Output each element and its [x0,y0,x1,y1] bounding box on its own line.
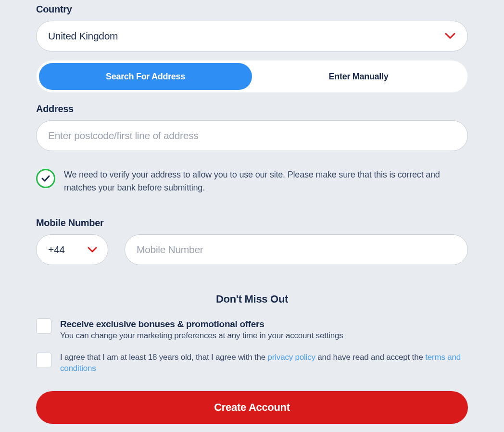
registration-form: Country United Kingdom Search For Addres… [0,0,504,424]
country-value: United Kingdom [48,30,118,42]
privacy-policy-link[interactable]: privacy policy [268,353,315,362]
agreement-prefix: I agree that I am at least 18 years old,… [60,353,268,362]
mobile-label: Mobile Number [36,217,468,229]
country-code-select[interactable]: +44 [36,234,108,265]
create-account-button[interactable]: Create Account [36,391,468,424]
enter-manually-tab[interactable]: Enter Manually [252,63,465,90]
agreement-row: I agree that I am at least 18 years old,… [36,352,468,374]
marketing-title: Receive exclusive bonuses & promotional … [60,318,468,330]
agreement-text: I agree that I am at least 18 years old,… [60,352,468,374]
chevron-down-icon [88,244,97,255]
marketing-checkbox[interactable] [36,318,51,334]
search-address-tab[interactable]: Search For Address [39,63,252,90]
marketing-row: Receive exclusive bonuses & promotional … [36,318,468,342]
address-mode-toggle: Search For Address Enter Manually [36,60,468,93]
country-select[interactable]: United Kingdom [36,21,468,51]
verify-notice: We need to verify your address to allow … [36,168,468,194]
agreement-checkbox[interactable] [36,353,51,368]
address-input[interactable] [36,120,468,151]
country-code-value: +44 [48,244,65,255]
check-circle-icon [36,169,55,188]
verify-text: We need to verify your address to allow … [64,168,468,194]
country-label: Country [36,4,468,15]
marketing-heading: Don't Miss Out [36,293,468,305]
agreement-middle: and have read and accept the [315,353,425,362]
mobile-input[interactable] [125,234,468,265]
mobile-row: +44 [36,234,468,265]
marketing-subtitle: You can change your marketing preference… [60,330,468,342]
address-label: Address [36,103,468,114]
country-select-wrapper: United Kingdom [36,21,468,51]
